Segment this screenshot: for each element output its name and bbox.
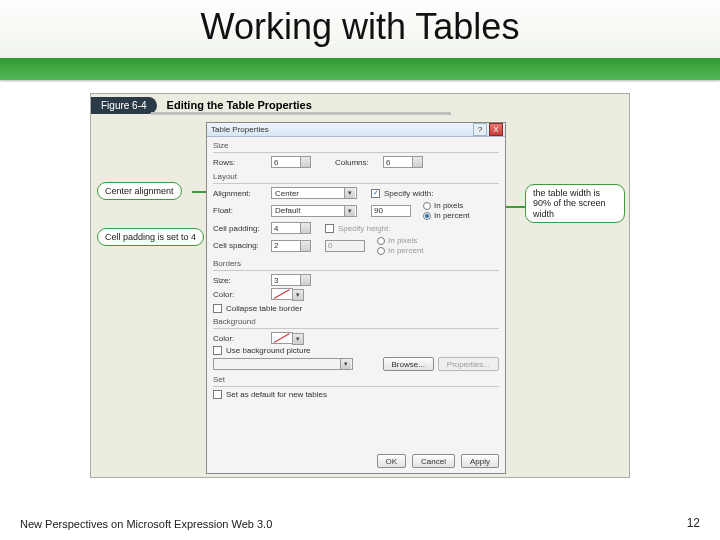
- border-color-label: Color:: [213, 290, 267, 299]
- cell-padding-label: Cell padding:: [213, 224, 267, 233]
- rows-input[interactable]: 6: [271, 156, 311, 168]
- in-pixels-radio[interactable]: [423, 202, 431, 210]
- bg-color-label: Color:: [213, 334, 267, 343]
- bg-picture-path: [213, 358, 353, 370]
- height-percent-radio: [377, 247, 385, 255]
- dialog-title-text: Table Properties: [211, 125, 269, 134]
- use-bg-picture-label: Use background picture: [226, 346, 311, 355]
- use-bg-picture-checkbox[interactable]: [213, 346, 222, 355]
- table-properties-dialog: Table Properties ? X Size Rows: 6 Column…: [206, 122, 506, 474]
- figure-rule: [151, 112, 451, 115]
- size-group: Size Rows: 6 Columns: 6: [213, 141, 499, 168]
- float-label: Float:: [213, 206, 267, 215]
- cell-spacing-label: Cell spacing:: [213, 241, 267, 250]
- alignment-select[interactable]: Center: [271, 187, 357, 199]
- specify-width-checkbox[interactable]: ✓: [371, 189, 380, 198]
- float-select[interactable]: Default: [271, 205, 357, 217]
- collapse-border-checkbox[interactable]: [213, 304, 222, 313]
- layout-group: Layout Alignment: Center ✓ Specify width…: [213, 172, 499, 255]
- group-head-background: Background: [213, 317, 499, 326]
- background-group: Background Color: Use background picture…: [213, 317, 499, 371]
- in-percent-label: In percent: [434, 211, 470, 220]
- columns-label: Columns:: [335, 158, 379, 167]
- apply-button[interactable]: Apply: [461, 454, 499, 468]
- dialog-buttons: OK Cancel Apply: [377, 454, 499, 468]
- group-head-borders: Borders: [213, 259, 499, 268]
- set-group: Set Set as default for new tables: [213, 375, 499, 399]
- borders-group: Borders Size: 3 Color: Collapse table bo…: [213, 259, 499, 313]
- callout-cell-padding: Cell padding is set to 4: [97, 228, 204, 246]
- cancel-button[interactable]: Cancel: [412, 454, 455, 468]
- figure-tag: Figure 6-4: [91, 97, 157, 114]
- figure-label: Editing the Table Properties: [167, 99, 312, 111]
- group-head-size: Size: [213, 141, 499, 150]
- specify-height-label: Specify height:: [338, 224, 390, 233]
- footer-page-number: 12: [687, 516, 700, 530]
- callout-center-alignment: Center alignment: [97, 182, 182, 200]
- border-color-select[interactable]: [271, 288, 293, 300]
- group-head-layout: Layout: [213, 172, 499, 181]
- ok-button[interactable]: OK: [377, 454, 407, 468]
- height-pixels-radio: [377, 237, 385, 245]
- set-default-checkbox[interactable]: [213, 390, 222, 399]
- dialog-titlebar[interactable]: Table Properties ? X: [207, 123, 505, 137]
- footer-left: New Perspectives on Microsoft Expression…: [20, 518, 272, 530]
- set-default-label: Set as default for new tables: [226, 390, 327, 399]
- slide-divider: [0, 58, 720, 80]
- rows-label: Rows:: [213, 158, 267, 167]
- height-input: 0: [325, 240, 365, 252]
- close-button[interactable]: X: [489, 123, 503, 136]
- height-pixels-label: In pixels: [388, 236, 417, 245]
- bg-color-select[interactable]: [271, 332, 293, 344]
- alignment-label: Alignment:: [213, 189, 267, 198]
- specify-width-label: Specify width:: [384, 189, 433, 198]
- properties-button: Properties...: [438, 357, 499, 371]
- width-input[interactable]: 90: [371, 205, 411, 217]
- figure-container: Figure 6-4 Editing the Table Properties …: [90, 93, 630, 478]
- cell-padding-input[interactable]: 4: [271, 222, 311, 234]
- in-pixels-label: In pixels: [434, 201, 463, 210]
- specify-height-checkbox[interactable]: [325, 224, 334, 233]
- help-button[interactable]: ?: [473, 123, 487, 136]
- browse-button[interactable]: Browse...: [383, 357, 434, 371]
- callout-width-note: the table width is 90% of the screen wid…: [525, 184, 625, 223]
- in-percent-radio[interactable]: [423, 212, 431, 220]
- border-size-label: Size:: [213, 276, 267, 285]
- border-size-input[interactable]: 3: [271, 274, 311, 286]
- group-head-set: Set: [213, 375, 499, 384]
- height-percent-label: In percent: [388, 246, 424, 255]
- cell-spacing-input[interactable]: 2: [271, 240, 311, 252]
- slide-title: Working with Tables: [0, 6, 720, 48]
- columns-input[interactable]: 6: [383, 156, 423, 168]
- collapse-border-label: Collapse table border: [226, 304, 302, 313]
